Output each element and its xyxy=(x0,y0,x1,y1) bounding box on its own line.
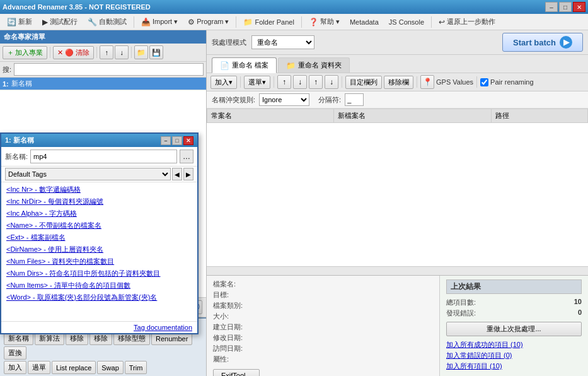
reprocess-button[interactable]: 重做上次批處理... xyxy=(446,322,582,336)
minimize-button[interactable]: – xyxy=(545,2,558,12)
batch-trim-btn[interactable]: Trim xyxy=(125,361,147,374)
batch-list-replace-btn[interactable]: List replace xyxy=(52,361,96,374)
tag-list-item[interactable]: <DirName> - 使用上層資料夾名 xyxy=(1,244,197,256)
menu-auto[interactable]: 🔧 自動測試 xyxy=(83,15,131,28)
tab-rename-folders[interactable]: 📁 重命名 資料夾 xyxy=(278,57,350,73)
file-table-container[interactable]: 常案名 新檔案名 路徑 xyxy=(207,109,588,266)
tag-list-item[interactable]: <Inc Nr> - 數字遞編碼格 xyxy=(1,184,197,196)
batch-swap-btn[interactable]: Swap xyxy=(97,361,124,374)
menu-sep-3 xyxy=(301,16,302,28)
folder-icon: 📁 xyxy=(243,18,253,26)
menu-sep-2 xyxy=(236,16,236,28)
tag-list-item[interactable]: <Ext> - 檔案副檔名 xyxy=(1,232,197,244)
tag-list-item[interactable]: <Num Files> - 資料夾中的檔案數目 xyxy=(1,256,197,267)
maximize-button[interactable]: □ xyxy=(559,2,572,12)
sort-up-btn[interactable]: ↑ xyxy=(277,75,291,89)
pair-checkbox[interactable] xyxy=(480,78,488,86)
menu-dropdown-btn[interactable]: 選單▾ xyxy=(244,76,270,89)
menu-new[interactable]: 🔄 新新 xyxy=(3,15,37,28)
add-all-link[interactable]: 加入所有項目 (10) xyxy=(446,361,582,371)
search-bar: 搜: xyxy=(0,62,206,78)
add-error-link[interactable]: 加入常錯誤的項目 (0) xyxy=(446,351,582,360)
info-accessed-row: 訪問日期: xyxy=(213,344,433,353)
search-input[interactable] xyxy=(14,63,204,76)
last-result-title: 上次結果 xyxy=(446,279,582,294)
save-button[interactable]: 💾 xyxy=(149,45,163,59)
tag-list-item[interactable]: <Name> - 不帶副檔名的檔案名 xyxy=(1,220,197,232)
add-success-link[interactable]: 加入所有成功的項目 (10) xyxy=(446,340,582,350)
tag-list-item[interactable]: <Inc NrDir> - 每個資料夾源編號 xyxy=(1,196,197,208)
folder-open-button[interactable]: 📁 xyxy=(134,45,148,59)
tab-rename-files[interactable]: 📄 重命名 檔案 xyxy=(212,57,277,73)
sort-down-btn[interactable]: ↓ xyxy=(293,75,307,89)
tag-list-item[interactable]: <Word> - 取原檔案(夾)名部分段號為新管案(夾)名 xyxy=(1,291,197,303)
add-dropdown-label: 加入▾ xyxy=(215,78,233,87)
info-attrib-label: 屬性: xyxy=(213,355,251,364)
tag-doc-link[interactable]: Tag documentation xyxy=(1,321,197,333)
rename-list-item[interactable]: 1: 新名稱 xyxy=(0,78,206,90)
toolbar-sep-2 xyxy=(96,47,97,58)
batch-add-btn[interactable]: 加入 xyxy=(4,361,26,374)
info-attrib-row: 屬性: xyxy=(213,355,433,364)
info-modified-row: 修改日期: xyxy=(213,333,433,343)
info-type-label: 檔案類別: xyxy=(213,301,251,310)
move-down-button[interactable]: ↓ xyxy=(115,45,129,59)
last-result-panel: 上次結果 總項目數: 10 發現錯誤: 0 重做上次批處理... 加入所有成功的… xyxy=(440,276,588,376)
new-icon: 🔄 xyxy=(7,18,16,26)
sort-up2-btn[interactable]: ↑ xyxy=(309,75,323,89)
tabs-row: 📄 重命名 檔案 📁 重命名 資料夾 xyxy=(207,55,588,73)
tag-category-select[interactable]: Default Tags xyxy=(5,168,171,180)
exif-button[interactable]: ExifTool... xyxy=(213,369,260,376)
conflict-select[interactable]: Ignore xyxy=(259,93,309,106)
error-row: 發現錯誤: 0 xyxy=(446,308,582,318)
gps-icon-btn[interactable]: 📍 xyxy=(420,75,434,89)
add-dropdown-btn[interactable]: 加入▾ xyxy=(210,76,237,89)
gps-label: GPS Values xyxy=(436,78,473,86)
right-panel: 我處理模式 重命名 Start batch ▶ 📄 重命名 檔案 📁 重命名 資… xyxy=(207,30,588,376)
add-expert-label: 加入專業 xyxy=(15,48,43,57)
delete-label: ✕ 🔴 清除 xyxy=(57,48,89,57)
search-label: 搜: xyxy=(3,65,11,74)
tag-list-item[interactable]: <Inc Alpha> - 字方碼格 xyxy=(1,208,197,220)
horizontal-scrollbar[interactable] xyxy=(207,266,588,275)
mode-select[interactable]: 重命名 xyxy=(251,35,314,49)
menu-help[interactable]: ❓ 幫助 ▾ xyxy=(304,15,344,28)
menu-import[interactable]: 📥 Import ▾ xyxy=(137,16,182,28)
menu-undo[interactable]: ↩ 還原上一步動作 xyxy=(434,15,500,28)
col-btn-label: 目定欄列 xyxy=(350,78,378,87)
col-btn[interactable]: 目定欄列 xyxy=(345,76,382,89)
tag-nav-prev[interactable]: ◀ xyxy=(172,168,182,180)
info-filename-label: 檔案名: xyxy=(213,279,251,289)
info-target-row: 目標: xyxy=(213,290,433,300)
tag-list-item[interactable]: <Num Items> - 清單中待命名的項目個數 xyxy=(1,279,197,291)
batch-filter-btn[interactable]: 過單 xyxy=(28,361,50,374)
sort-down2-btn[interactable]: ↓ xyxy=(325,75,338,89)
menu-program[interactable]: ⚙ Program ▾ xyxy=(183,16,233,28)
menu-jsconsole[interactable]: JS Console xyxy=(384,16,429,28)
delete-button[interactable]: ✕ 🔴 清除 xyxy=(53,46,94,59)
sub-toolbar-sep5 xyxy=(476,76,477,88)
add-expert-button[interactable]: ＋ 加入專業 xyxy=(3,46,47,59)
tag-list[interactable]: <Inc Nr> - 數字遞編碼格<Inc NrDir> - 每個資料夾源編號<… xyxy=(1,182,197,321)
menu-metadata[interactable]: Metadata xyxy=(345,16,383,28)
left-panel-header: 命名專家清單 xyxy=(0,30,206,44)
mode-label: 我處理模式 xyxy=(212,38,246,47)
del-col-btn[interactable]: 移除欄 xyxy=(384,76,413,89)
tag-nav-next[interactable]: ▶ xyxy=(183,168,193,180)
tag-popup-minimize[interactable]: – xyxy=(161,136,171,145)
menu-folder[interactable]: 📁 Folder Panel xyxy=(239,16,298,28)
close-button[interactable]: ✕ xyxy=(573,2,585,12)
tag-list-item[interactable]: <Num Dirs> - 符命名項目中所包括的子資料夾數目 xyxy=(1,267,197,279)
menu-test[interactable]: ▶ 測試配行 xyxy=(38,15,82,28)
start-batch-button[interactable]: Start batch ▶ xyxy=(502,33,583,52)
tag-popup-close[interactable]: ✕ xyxy=(183,136,193,145)
sep-input[interactable] xyxy=(345,93,364,106)
tag-popup-maximize[interactable]: □ xyxy=(172,136,182,145)
import-icon: 📥 xyxy=(141,18,151,26)
move-up-button[interactable]: ↑ xyxy=(100,45,113,59)
tag-input-browse-btn[interactable]: … xyxy=(180,150,193,163)
menu-sep-1 xyxy=(134,16,134,28)
tag-popup: 1: 新名稱 – □ ✕ 新名稱: … Default Tags ◀ ▶ <In… xyxy=(0,132,199,334)
batch-replace-btn[interactable]: 置換 xyxy=(4,346,26,360)
tag-name-input[interactable] xyxy=(30,150,177,163)
